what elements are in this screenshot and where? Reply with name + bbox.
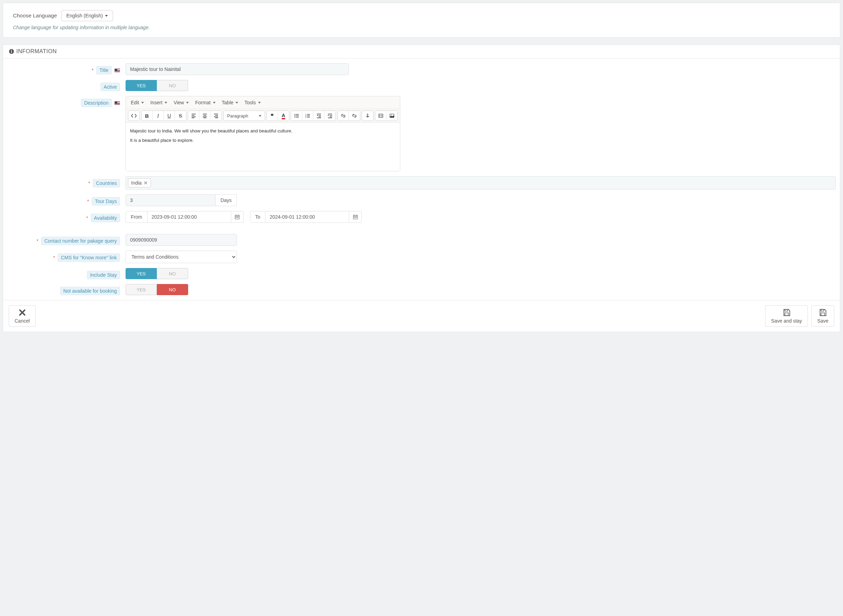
chevron-down-icon [164,102,167,104]
svg-rect-16 [238,217,239,218]
active-label: Active [100,83,120,91]
not-available-label: Not available for booking [60,287,120,295]
tour-days-label: Tour Days [92,197,120,205]
svg-rect-23 [821,309,824,311]
calendar-icon[interactable] [231,211,244,223]
blockquote-icon[interactable]: ❝ [267,111,278,121]
menu-insert[interactable]: Insert [148,98,169,107]
not-available-no[interactable]: NO [157,284,188,295]
unlink-icon[interactable] [349,111,360,121]
menu-edit[interactable]: Edit [129,98,146,107]
svg-rect-19 [355,217,356,218]
choose-language-label: Choose Language [13,13,57,19]
calendar-icon[interactable] [349,211,361,223]
country-tag-label: India [131,180,141,186]
svg-point-12 [391,115,392,116]
country-tag: India ✕ [128,178,151,187]
svg-text:3: 3 [305,116,306,118]
svg-rect-21 [785,309,788,311]
align-right-icon[interactable] [210,111,222,121]
countries-input[interactable]: India ✕ [126,176,836,189]
editor-content-area[interactable]: Majestic tour to India. We will show you… [126,122,400,171]
menu-format[interactable]: Format [193,98,217,107]
link-icon[interactable] [338,111,349,121]
not-available-toggle: YES NO [126,284,188,295]
required-asterisk: * [86,215,88,221]
save-button[interactable]: Save [811,305,834,327]
chevron-down-icon [141,102,144,104]
cancel-label: Cancel [15,318,30,324]
availability-from-group: From [126,211,244,223]
editor-paragraph: Majestic tour to India. We will show you… [130,128,396,133]
svg-rect-18 [354,217,355,218]
include-stay-label: Include Stay [87,271,120,279]
include-stay-yes[interactable]: YES [126,268,157,279]
save-label: Save [817,318,828,324]
close-icon [18,308,26,317]
remove-tag-icon[interactable]: ✕ [144,180,148,186]
block-format-select[interactable]: Paragraph [223,110,265,121]
source-code-icon[interactable] [128,111,140,121]
svg-rect-22 [785,313,789,316]
editor-menubar: Edit Insert View Format Table Tools [126,96,400,109]
us-flag-icon [115,101,120,105]
include-stay-toggle: YES NO [126,268,188,279]
save-stay-label: Save and stay [771,318,802,324]
language-dropdown-value: English (English) [66,13,103,18]
menu-tools[interactable]: Tools [242,98,263,107]
bold-icon[interactable]: B [141,111,153,121]
required-asterisk: * [37,238,38,244]
svg-point-9 [367,114,368,115]
required-asterisk: * [88,180,90,186]
cms-select[interactable]: Terms and Conditions [126,251,237,263]
indent-icon[interactable] [325,111,336,121]
menu-table[interactable]: Table [220,98,240,107]
title-input[interactable] [126,63,349,75]
svg-point-3 [294,114,295,115]
menu-view[interactable]: View [172,98,191,107]
media-icon[interactable] [375,111,386,121]
numbered-list-icon[interactable]: 123 [302,111,313,121]
active-toggle: YES NO [126,80,188,91]
include-stay-no[interactable]: NO [157,268,188,279]
outdent-icon[interactable] [313,111,325,121]
save-icon [783,308,791,317]
tour-days-input[interactable] [126,194,216,206]
bullet-list-icon[interactable] [291,111,302,121]
svg-rect-24 [821,313,825,316]
save-and-stay-button[interactable]: Save and stay [765,305,808,327]
cancel-button[interactable]: Cancel [9,305,36,327]
chevron-down-icon [186,102,189,104]
information-panel: INFORMATION * Title Active YES NO [3,44,840,332]
save-icon [819,308,827,317]
svg-point-4 [294,116,295,116]
chevron-down-icon [235,102,238,104]
countries-label: Countries [93,179,120,187]
align-center-icon[interactable] [199,111,210,121]
availability-from-input[interactable] [147,211,231,223]
contact-input[interactable] [126,234,237,246]
language-dropdown[interactable]: English (English) [61,10,113,21]
active-yes[interactable]: YES [126,80,157,91]
cms-label: CMS for "Know more" link [58,254,120,262]
svg-rect-20 [356,217,357,218]
svg-rect-15 [237,217,238,218]
availability-to-input[interactable] [265,211,349,223]
info-icon [9,49,14,54]
chevron-down-icon [213,102,216,104]
anchor-icon[interactable] [362,111,373,121]
chevron-down-icon [258,102,261,104]
not-available-yes[interactable]: YES [126,284,157,295]
text-color-icon[interactable]: A [278,111,289,121]
image-icon[interactable] [386,111,398,121]
align-left-icon[interactable] [188,111,199,121]
required-asterisk: * [92,67,94,73]
active-no[interactable]: NO [157,80,188,91]
panel-heading-title: INFORMATION [16,48,57,54]
strikethrough-icon[interactable]: S [175,111,186,121]
availability-label: Availability [91,214,120,222]
italic-icon[interactable]: I [153,111,164,121]
description-label: Description [81,99,112,107]
underline-icon[interactable]: U [164,111,175,121]
editor-paragraph: It is a beautiful place to explore. [130,138,396,143]
